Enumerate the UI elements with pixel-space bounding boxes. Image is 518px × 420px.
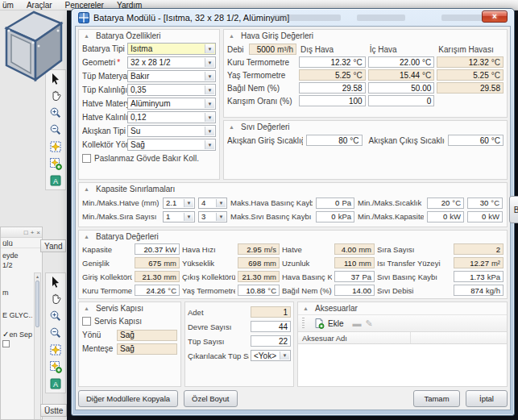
field-label: Yükseklik [182,259,235,268]
add-item-icon[interactable] [48,156,64,171]
field-label: Bağıl Nem (%) [282,286,332,295]
dock-scrollbar[interactable]: ▲ ▼ [34,272,41,420]
karisim-orani-dis-field[interactable]: 100 [299,95,366,106]
maks-hatve-combo[interactable]: 4▼ [198,198,227,209]
close-button[interactable]: × [482,10,508,23]
collapse-icon[interactable]: ▲ [82,232,91,241]
collapse-icon[interactable]: ▲ [227,123,236,131]
fit-view-icon[interactable] [48,139,64,154]
sivi-basinc-kaybi-field[interactable]: 1.73kPa [454,271,503,282]
hava-basinc-kaybi-field[interactable]: 37Pa [334,271,375,282]
iptal-button[interactable]: İptal [466,390,508,407]
dropdown-arrow-icon[interactable]: ▼ [205,113,214,122]
dropdown-arrow-icon[interactable]: ▼ [205,99,214,108]
dropdown-arrow-icon[interactable]: ▼ [184,213,193,221]
hatve-materyali-combo[interactable]: Alüminyum▼ [127,98,216,110]
fit-view-icon[interactable] [48,343,64,357]
checkbox-icon [2,340,10,347]
dropdown-arrow-icon[interactable]: ▼ [205,85,214,94]
sivi-debisi-field[interactable]: 874kg/h [454,285,503,296]
min-sicaklik-field[interactable]: 20°C [427,198,464,209]
min-kapasite-field[interactable]: 0kW [427,211,464,222]
pin-icon[interactable]: + [31,229,35,236]
batarya-tipi-combo[interactable]: Isıtma▼ [127,43,216,55]
ekle-button[interactable]: Ekle [309,316,348,331]
dock-row-checkbox[interactable] [2,339,32,349]
kollektor-yonu-combo[interactable]: Sağ▼ [127,139,216,151]
view-tab-side[interactable]: Yand [40,239,66,252]
scroll-up-icon[interactable]: ▲ [35,274,40,279]
annotation-icon[interactable]: A [48,376,64,391]
dropdown-arrow-icon[interactable]: ▼ [205,140,214,149]
dropdown-arrow-icon[interactable]: ▼ [205,44,214,53]
yukseklik-field: 698mm [238,257,280,268]
karisim-orani-ic-field[interactable]: 0 [368,95,435,106]
kuru-termometre-cikis-field[interactable]: 24.26°C [135,285,180,296]
akiskan-cikis-sicakligi-field[interactable]: 60°C [448,135,504,146]
collapse-icon[interactable]: ▲ [301,304,310,313]
mentese-yeri-field: Sağ [117,343,177,355]
accessories-toolbar: Ekle ▬ ✎ [298,314,507,332]
devre-sayisi-field[interactable]: 44 [251,321,291,332]
dropdown-arrow-icon[interactable]: ▼ [205,58,214,67]
scroll-thumb[interactable] [35,281,39,327]
dropdown-arrow-icon[interactable]: ▼ [280,351,289,360]
hatve-kalinligi-combo[interactable]: 0,12▼ [127,111,216,123]
zoom-out-icon[interactable] [48,123,64,137]
akiskan-tipi-combo[interactable]: Su▼ [127,125,216,137]
view-tab-topview[interactable]: Üstte [40,404,67,417]
kuru-termometre-ic-field[interactable]: 22.00°C [368,56,435,68]
dropdown-arrow-icon[interactable]: ▼ [205,72,214,81]
maks-hava-basinc-field[interactable]: 0Pa [316,198,354,209]
kapasite-field[interactable]: 20.37kW [135,243,180,255]
tup-kalinligi-combo[interactable]: 0,35▼ [127,84,216,96]
tup-materyali-combo[interactable]: Bakır▼ [127,70,216,82]
dropdown-arrow-icon[interactable]: ▼ [184,199,193,207]
dropdown-arrow-icon[interactable]: ▼ [205,127,214,135]
zoom-out-icon[interactable] [48,326,64,340]
pan-hand-icon[interactable] [48,292,64,306]
akiskan-giris-sicakligi-field[interactable]: 80°C [306,135,363,146]
yas-termometre-cikis-field[interactable]: 10.88°C [238,285,280,296]
kuru-termometre-dis-field[interactable]: 12.32°C [299,56,366,68]
dropdown-arrow-icon[interactable]: ▼ [216,199,226,207]
maks-sicaklik-field[interactable]: 30°C [467,198,503,209]
zoom-in-icon[interactable] [48,309,64,323]
adet-field: 1 [251,306,291,318]
field-label: Hava Basınç Kaybı [282,272,332,281]
maks-sivi-basinc-field[interactable]: 0kPa [316,211,354,222]
tamam-button[interactable]: Tamam [413,390,460,407]
maks-sira-combo[interactable]: 3▼ [198,211,227,222]
min-hatve-combo[interactable]: 2.1▼ [163,198,195,209]
bagil-nem-cikis-field[interactable]: 14.00 [334,285,375,296]
ozel-boyut-button[interactable]: Özel Boyut [184,390,237,407]
restore-icon[interactable]: □ [24,229,28,236]
cikarilacak-tup-combo[interactable]: <Yok>▼ [251,350,291,361]
cursor-icon[interactable] [48,275,64,289]
paslanmaz-checkbox[interactable] [82,154,91,163]
collapse-icon[interactable]: ▲ [82,304,91,313]
zoom-in-icon[interactable] [48,106,64,120]
collapse-icon[interactable]: ▲ [227,31,236,40]
field-label: Kollektör Yönü [82,140,127,149]
bagil-nem-dis-field[interactable]: 29.58 [299,82,366,94]
geometri-combo[interactable]: 32 x 28 1/2▼ [127,56,216,69]
accessories-table-body[interactable] [298,344,507,386]
section-sivi-degerleri: ▲Sıvı Değerleri Akışkan Giriş Sıcaklığı … [223,120,508,180]
tup-sayisi-field[interactable]: 22 [251,335,291,347]
pan-hand-icon[interactable] [48,89,64,103]
bagil-nem-ic-field[interactable]: 50.00 [368,82,435,94]
toolbar-grip[interactable] [302,318,305,329]
annotation-icon[interactable]: A [48,173,64,188]
min-sira-combo[interactable]: 1▼ [163,211,195,222]
close-icon[interactable]: × [36,229,40,236]
dropdown-arrow-icon[interactable]: ▼ [216,213,226,221]
diger-modullere-kopyala-button[interactable]: Diğer Modüllere Kopyala [78,390,178,407]
field-label: Hatve Kalınlığı (mm) [82,113,127,122]
collapse-icon[interactable]: ▲ [82,185,91,193]
servis-kapisi-checkbox[interactable] [82,317,91,326]
add-item-icon[interactable] [48,360,64,374]
maks-kapasite-field[interactable]: 0kW [467,211,503,222]
batarya-sec-button[interactable]: Batarya Seç [509,196,518,223]
collapse-icon[interactable]: ▲ [82,31,91,40]
